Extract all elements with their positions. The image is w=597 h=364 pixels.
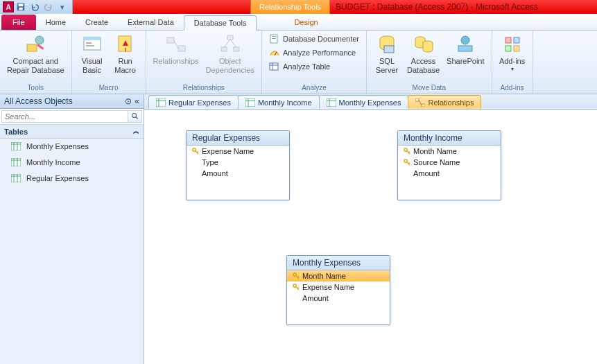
save-icon[interactable] — [14, 1, 28, 13]
table-field[interactable]: Type — [187, 157, 289, 168]
tab-database-tools[interactable]: Database Tools — [184, 15, 257, 31]
nav-category-tables[interactable]: Tables︽ — [0, 125, 144, 139]
table-field[interactable]: Month Name — [398, 146, 501, 157]
table-field[interactable]: Amount — [398, 168, 501, 179]
tab-home[interactable]: Home — [36, 15, 76, 30]
tab-file[interactable]: File — [1, 15, 36, 30]
tab-create[interactable]: Create — [76, 15, 118, 30]
nav-item[interactable]: Monthly Income — [0, 155, 144, 171]
sql-server-icon — [376, 33, 398, 55]
dropdown-icon[interactable]: ⊙ — [125, 96, 132, 106]
analyze-table-button[interactable]: Analyze Table — [266, 60, 362, 73]
field-name: Amount — [202, 169, 228, 177]
table-field[interactable]: Amount — [287, 293, 390, 304]
table-icon — [327, 98, 336, 107]
search-input[interactable] — [1, 110, 128, 123]
svg-line-71 — [408, 163, 410, 164]
addins-button[interactable]: Add-ins▾ — [496, 32, 528, 72]
visual-basic-button[interactable]: Visual Basic — [76, 32, 108, 74]
key-icon — [293, 272, 300, 279]
key-icon — [404, 159, 410, 166]
search-icon[interactable] — [128, 110, 142, 123]
field-name: Type — [202, 158, 218, 166]
table-field[interactable]: Expense Name — [287, 281, 390, 293]
documenter-icon — [269, 33, 280, 44]
relationships-button: Relationships — [150, 32, 202, 66]
table-icon — [245, 98, 255, 107]
relationships-canvas[interactable]: Regular Expenses Expense NameTypeAmount … — [144, 110, 597, 364]
svg-point-31 — [461, 36, 469, 44]
tab-design[interactable]: Design — [284, 15, 327, 30]
sharepoint-icon — [454, 33, 476, 55]
table-field[interactable]: Expense Name — [187, 146, 289, 157]
key-icon — [404, 148, 410, 155]
doc-tab-regular-expenses[interactable]: Regular Expenses — [148, 95, 239, 109]
svg-line-19 — [230, 40, 236, 47]
svg-line-18 — [224, 40, 230, 47]
ribbon: Compact and Repair Database Tools Visual… — [0, 31, 597, 94]
svg-rect-3 — [27, 44, 37, 51]
redo-icon[interactable] — [42, 1, 55, 13]
nav-item[interactable]: Monthly Expenses — [0, 139, 144, 155]
doc-tab-monthly-expenses[interactable]: Monthly Expenses — [319, 95, 409, 109]
group-addins: Add-ins▾ Add-ins — [492, 31, 533, 94]
title-bar: A ▾ Relationship Tools BUDGET : Database… — [0, 0, 597, 14]
nav-item[interactable]: Regular Expenses — [0, 171, 144, 187]
table-field[interactable]: Month Name — [287, 270, 390, 281]
undo-icon[interactable] — [28, 1, 42, 13]
table-box-regular-expenses[interactable]: Regular Expenses Expense NameTypeAmount — [186, 130, 290, 200]
sharepoint-button[interactable]: SharePoint — [444, 32, 487, 66]
nav-item-label: Regular Expenses — [26, 174, 89, 182]
svg-rect-39 — [11, 142, 21, 150]
table-field[interactable]: Source Name — [398, 157, 501, 168]
ribbon-tab-strip: File Home Create External Data Database … — [0, 14, 597, 31]
tab-external-data[interactable]: External Data — [118, 15, 184, 30]
svg-rect-60 — [415, 98, 419, 101]
run-macro-button[interactable]: ! Run Macro — [110, 32, 141, 74]
doc-tab-monthly-income[interactable]: Monthly Income — [238, 95, 320, 109]
vb-icon — [81, 33, 103, 55]
doc-tab-relationships[interactable]: Relationships — [408, 95, 481, 109]
svg-line-74 — [297, 277, 299, 278]
qat-dropdown-icon[interactable]: ▾ — [55, 1, 69, 13]
svg-rect-43 — [11, 158, 21, 166]
sql-server-button[interactable]: SQL Server — [371, 32, 403, 74]
key-icon — [293, 284, 300, 291]
app-icon[interactable]: A — [3, 1, 14, 12]
relationships-icon — [165, 33, 187, 55]
svg-rect-34 — [514, 37, 519, 43]
field-name: Expense Name — [202, 147, 254, 155]
svg-text:!: ! — [124, 46, 126, 53]
svg-rect-36 — [514, 46, 519, 51]
svg-line-62 — [419, 100, 422, 105]
database-documenter-button[interactable]: Database Documenter — [266, 32, 362, 46]
table-icon — [156, 98, 166, 107]
relationships-icon — [415, 98, 425, 107]
svg-rect-16 — [221, 47, 227, 51]
svg-rect-15 — [227, 35, 233, 40]
field-name: Month Name — [302, 272, 346, 280]
svg-rect-57 — [327, 98, 336, 107]
compact-repair-button[interactable]: Compact and Repair Database — [4, 32, 67, 74]
table-box-monthly-income[interactable]: Monthly Income Month NameSource NameAmou… — [397, 130, 501, 200]
window-title: BUDGET : Database (Access 2007) - Micros… — [330, 0, 597, 14]
svg-rect-17 — [234, 47, 239, 51]
performance-icon — [269, 47, 280, 58]
svg-rect-2 — [19, 8, 22, 10]
nav-pane-header[interactable]: All Access Objects ⊙« — [0, 94, 144, 109]
svg-rect-28 — [384, 46, 394, 53]
access-database-button[interactable]: Access Database — [404, 32, 442, 74]
collapse-icon[interactable]: « — [135, 96, 139, 106]
table-field[interactable]: Amount — [187, 168, 289, 179]
svg-rect-13 — [178, 46, 185, 51]
main-area: All Access Objects ⊙« Tables︽ Monthly Ex… — [0, 94, 597, 364]
analyze-performance-button[interactable]: Analyze Performance — [266, 46, 362, 60]
search-row — [0, 109, 144, 125]
svg-line-38 — [135, 117, 137, 119]
access-db-icon — [413, 33, 435, 55]
svg-rect-5 — [37, 44, 44, 49]
svg-rect-1 — [19, 4, 24, 7]
field-name: Source Name — [413, 158, 460, 166]
svg-rect-33 — [505, 37, 511, 43]
table-box-monthly-expenses[interactable]: Monthly Expenses Month NameExpense NameA… — [286, 255, 390, 325]
